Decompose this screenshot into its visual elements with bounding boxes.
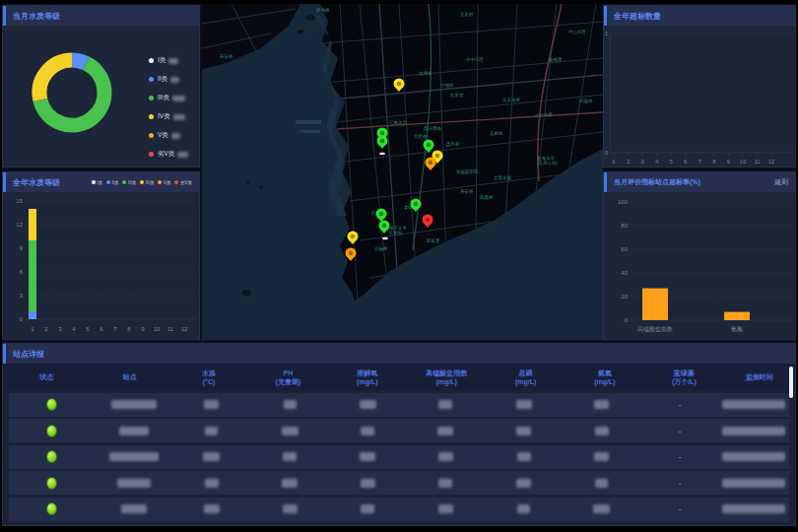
legend-item-I类[interactable]: I类 [92,180,102,185]
value-cell [563,452,640,461]
value-cell [407,452,485,461]
value-cell [485,427,563,435]
legend-item-劣V类[interactable]: 劣V类 [149,145,188,164]
table-scrollbar[interactable] [789,366,793,398]
panel-year-exceed-header: 全年超标数量 [604,6,795,26]
map-label: 五星村 [460,11,474,18]
value-cell [329,400,407,409]
legend-dot [149,114,154,119]
svg-text:12: 12 [16,222,23,228]
svg-text:80: 80 [621,223,628,229]
table-row[interactable]: - [9,393,789,417]
svg-text:1: 1 [612,159,616,165]
donut-slice-II类 [72,60,86,63]
map-label: 市中心区 [466,56,485,62]
legend-item-IV类[interactable]: IV类 [149,107,188,126]
value-cell [329,452,407,461]
time-cell [719,427,789,435]
svg-text:12: 12 [181,326,188,332]
legend-item-劣V类[interactable]: 劣V类 [174,180,192,185]
svg-text:9: 9 [141,326,145,332]
svg-text:4: 4 [655,159,659,165]
map-canvas[interactable]: 石庆桥渔港桥五星村市中心区中山北区东洲桥宁城桥红家寨超南里江南大学北区桥高洁西路… [202,4,603,340]
svg-text:60: 60 [621,246,628,252]
svg-text:3: 3 [640,159,644,165]
value-cell [407,479,485,488]
value-cell [250,504,328,513]
map-label: 华丽影剧院 [456,168,479,175]
table-rows: ----- [3,390,795,521]
dashboard-frame: 当月水质等级 I类II类III类IV类V类劣V类 全年水质等级 I类II类III… [0,0,798,532]
redacted-value [171,133,180,139]
rule-link[interactable]: 规则 [774,177,788,187]
column-header-水温: 水温(°C) [169,368,248,386]
station-cell [95,479,172,488]
table-row[interactable]: - [9,419,789,442]
map-label: 宁城桥 [440,83,454,88]
table-row[interactable]: - [9,445,789,469]
svg-text:6: 6 [100,326,103,332]
legend-item-II类[interactable]: II类 [106,180,119,185]
status-cell [9,477,95,490]
map-label: 中山北区 [568,29,587,34]
legend-item-V类[interactable]: V类 [158,180,170,185]
time-cell [719,479,789,488]
column-header-蓝绿藻: 蓝绿藻(万个/L) [644,368,723,386]
month-rate-bar-chart: 020406080100高锰酸盐指数氨氮 [604,192,796,340]
station-cell [95,504,172,513]
legend-item-III类[interactable]: III类 [122,180,136,185]
legend-item-IV类[interactable]: IV类 [140,180,154,185]
column-header-监测时间: 监测时间 [724,372,795,381]
map-label: 石庆桥 [220,53,233,59]
svg-text:5: 5 [670,159,674,165]
legend-label: V类 [158,131,168,140]
svg-text:10: 10 [154,326,161,332]
map-label: 北区桥 [414,133,428,139]
algae-cell: - [640,452,718,461]
table-row[interactable]: - [9,498,789,521]
legend-dot [122,180,126,184]
value-cell [407,400,485,409]
time-cell [719,504,789,513]
map-label: 江南大学 [389,120,408,125]
column-header-氨氮: 氨氮(mg/L) [565,368,644,386]
svg-text:2: 2 [627,159,631,165]
value-cell [250,427,328,435]
station-cell [95,400,172,409]
table-row[interactable]: - [9,471,789,495]
svg-text:40: 40 [621,270,628,276]
legend-dot [149,77,154,82]
panel-month-grade-header: 当月水质等级 [3,6,199,26]
station-map[interactable]: 石庆桥渔港桥五星村市中心区中山北区东洲桥宁城桥红家寨超南里江南大学北区桥高洁西路… [202,4,603,340]
svg-text:9: 9 [727,159,731,165]
legend-item-I类[interactable]: I类 [149,51,188,70]
legend-label: III类 [158,94,169,102]
stacked-bar-II类 [29,311,36,319]
status-cell [9,398,95,411]
redacted-value [177,152,188,158]
svg-text:6: 6 [684,159,688,165]
status-normal-indicator [46,398,57,411]
legend-item-II类[interactable]: II类 [149,70,188,89]
map-label: 惠风桥 [445,142,460,147]
month-grade-legend: I类II类III类IV类V类劣V类 [149,51,188,164]
value-cell [172,427,250,435]
map-label: 凤凰桥 [480,195,494,200]
legend-label: IV类 [158,112,170,121]
algae-cell: - [640,504,718,513]
svg-text:5: 5 [86,326,90,332]
value-cell [407,504,485,513]
panel-station-table: 站点详报 状态站点水温(°C)PH(无量纲)溶解氧(mg/L)高锰酸盐指数(mg… [2,343,796,526]
year-grade-stacked-chart: 03691215123456789101112 [3,192,200,340]
value-cell [485,452,563,461]
legend-item-III类[interactable]: III类 [149,89,188,107]
legend-item-V类[interactable]: V类 [149,126,188,145]
algae-cell: - [640,479,718,488]
status-cell [9,450,95,463]
value-cell [563,504,640,513]
station-cell [95,452,172,461]
value-cell [485,400,563,409]
rate-bar-高锰酸盐指数 [642,289,668,320]
column-header-状态: 状态 [3,372,90,381]
stacked-bar-III类 [29,240,36,311]
